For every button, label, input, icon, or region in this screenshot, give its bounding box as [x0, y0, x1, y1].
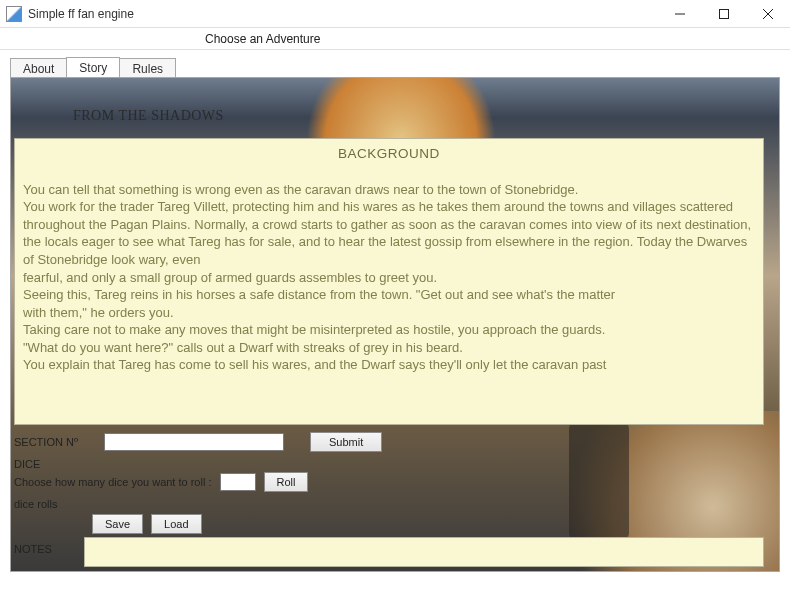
window-title: Simple ff fan engine: [28, 7, 134, 21]
story-text[interactable]: BACKGROUND You can tell that something i…: [14, 138, 764, 425]
dice-count-input[interactable]: [220, 473, 256, 491]
window-titlebar: Simple ff fan engine: [0, 0, 790, 28]
dice-label: DICE: [14, 458, 96, 470]
minimize-button[interactable]: [658, 0, 702, 27]
client-area: About Story Rules FROM THE SHADOWS BACKG…: [0, 50, 790, 582]
story-heading: BACKGROUND: [23, 145, 755, 163]
dice-rolls-label: dice rolls: [14, 498, 57, 510]
section-input[interactable]: [104, 433, 284, 451]
dice-prompt: Choose how many dice you want to roll :: [14, 476, 212, 488]
app-icon: [6, 6, 22, 22]
close-button[interactable]: [746, 0, 790, 27]
tab-strip: About Story Rules: [10, 56, 780, 78]
menubar: Choose an Adventure: [0, 28, 790, 50]
minimize-icon: [675, 9, 685, 19]
story-panel: FROM THE SHADOWS BACKGROUND You can tell…: [10, 77, 780, 572]
maximize-icon: [719, 9, 729, 19]
close-icon: [763, 9, 773, 19]
save-button[interactable]: Save: [92, 514, 143, 534]
roll-button[interactable]: Roll: [264, 472, 309, 492]
submit-button[interactable]: Submit: [310, 432, 382, 452]
svg-rect-1: [720, 9, 729, 18]
window-controls: [658, 0, 790, 27]
menu-choose-adventure[interactable]: Choose an Adventure: [205, 32, 320, 46]
tab-story[interactable]: Story: [66, 57, 120, 79]
controls-area: SECTION Nº Submit DICE Choose how many d…: [14, 431, 764, 567]
story-body: You can tell that something is wrong eve…: [23, 181, 755, 374]
load-button[interactable]: Load: [151, 514, 201, 534]
adventure-title: FROM THE SHADOWS: [73, 108, 224, 124]
section-label: SECTION Nº: [14, 436, 96, 448]
story-text-container: BACKGROUND You can tell that something i…: [14, 138, 764, 425]
notes-label: NOTES: [14, 537, 76, 555]
maximize-button[interactable]: [702, 0, 746, 27]
notes-input[interactable]: [84, 537, 764, 567]
